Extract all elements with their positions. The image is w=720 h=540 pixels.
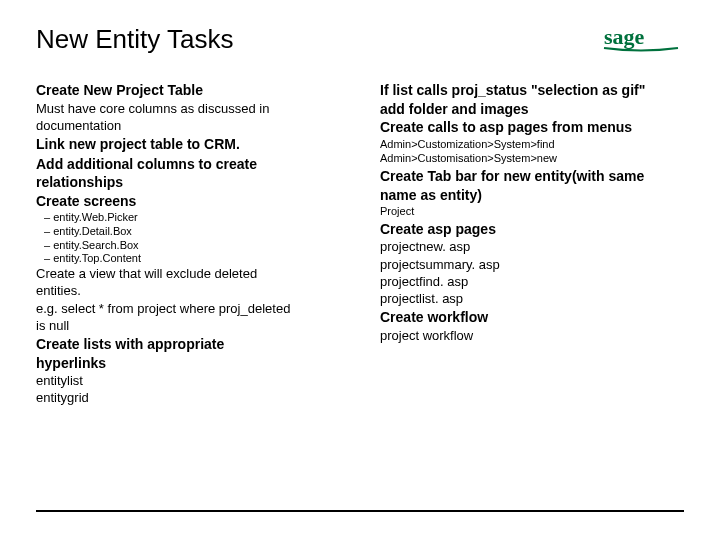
text: projectnew. asp [380,239,684,255]
text: projectlist. asp [380,291,684,307]
text: Admin>Customization>System>find [380,138,684,152]
text: Project [380,205,684,219]
list-item: entity.Web.Picker [44,211,372,225]
heading-create-lists-2: hyperlinks [36,355,372,373]
text: is null [36,318,372,334]
heading-create-tab-2: name as entity) [380,187,684,205]
list-item: entity.Search.Box [44,239,372,253]
text: projectsummary. asp [380,257,684,273]
heading-add-columns: Add additional columns to create [36,156,372,174]
text: e.g. select * from project where proj_de… [36,301,372,317]
text: documentation [36,118,372,134]
right-column: If list calls proj_status "selection as … [380,82,684,408]
text: projectfind. asp [380,274,684,290]
sage-logo: sage [598,22,684,60]
text: entities. [36,283,372,299]
text: entitygrid [36,390,372,406]
heading-add-columns-2: relationships [36,174,372,192]
list-item: entity.Detail.Box [44,225,372,239]
heading-create-asp: Create asp pages [380,221,684,239]
left-column: Create New Project Table Must have core … [36,82,372,408]
footer-divider [36,510,684,512]
heading-create-lists: Create lists with appropriate [36,336,372,354]
text: entitylist [36,373,372,389]
heading-create-workflow: Create workflow [380,309,684,327]
heading-create-table: Create New Project Table [36,82,372,100]
text: project workflow [380,328,684,344]
page-title: New Entity Tasks [36,24,233,55]
text: Must have core columns as discussed in [36,101,372,117]
heading-link-crm: Link new project table to CRM. [36,136,372,154]
text: Create a view that will exclude deleted [36,266,372,282]
heading-create-tab: Create Tab bar for new entity(with same [380,168,684,186]
logo-text-icon: sage [604,24,645,49]
list-item: entity.Top.Content [44,252,372,266]
text: Admin>Customisation>System>new [380,152,684,166]
heading-if-list-2: add folder and images [380,101,684,119]
heading-create-calls: Create calls to asp pages from menus [380,119,684,137]
screens-list: entity.Web.Picker entity.Detail.Box enti… [36,211,372,266]
heading-if-list: If list calls proj_status "selection as … [380,82,684,100]
heading-create-screens: Create screens [36,193,372,211]
